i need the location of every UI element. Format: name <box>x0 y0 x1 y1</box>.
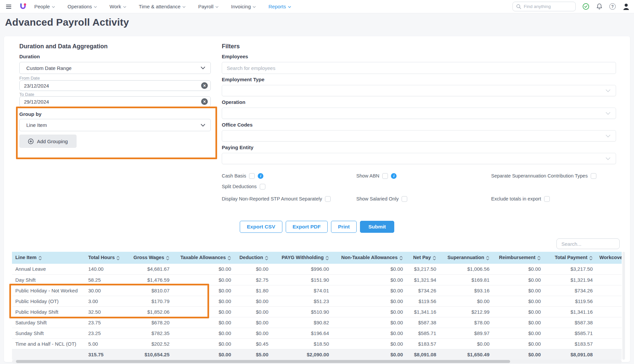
cell-net-pay: $3,217.50 <box>406 264 440 274</box>
employees-search-input[interactable] <box>222 62 616 74</box>
filter-select-operation[interactable] <box>222 108 616 119</box>
checkbox-display-non-reported-stp-amount-separately[interactable] <box>325 196 331 202</box>
submit-button[interactable]: Submit <box>360 221 394 233</box>
nav-item-work[interactable]: Work <box>110 4 126 9</box>
report-table: Line ItemTotal HoursGross WagesTaxable A… <box>12 252 622 360</box>
column-header-total-payment[interactable]: Total Payment <box>544 252 596 264</box>
column-header-label: Total Hours <box>88 255 115 260</box>
cell-reimbursement: $0.00 <box>493 306 544 317</box>
checkbox-cash-basis[interactable] <box>249 173 255 179</box>
column-header-net-pay[interactable]: Net Pay <box>406 252 440 264</box>
cell-non-taxable-allowances: $0.00 <box>332 264 406 274</box>
column-header-total-hours[interactable]: Total Hours <box>85 252 124 264</box>
chevron-down-icon <box>606 157 610 160</box>
cell-deduction: $1.80 <box>234 285 272 296</box>
column-header-gross-wages[interactable]: Gross Wages <box>124 252 173 264</box>
global-search[interactable] <box>512 2 576 11</box>
cell-deduction: $0.00 <box>234 328 272 338</box>
cell-net-pay: $1,321.94 <box>406 274 440 285</box>
avatar[interactable] <box>622 3 630 10</box>
column-header-superannuation[interactable]: Superannuation <box>440 252 493 264</box>
column-header-reimbursement[interactable]: Reimbursement <box>493 252 544 264</box>
column-header-taxable-allowances[interactable]: Taxable Allowances <box>173 252 234 264</box>
group-by-select[interactable]: Line Item <box>19 119 211 131</box>
duration-select[interactable]: Custom Date Range <box>19 62 211 74</box>
to-date-input[interactable]: 29/12/2024 × <box>19 96 211 107</box>
checkbox-exclude-totals-in-export[interactable] <box>544 196 550 202</box>
filter-select-office-codes[interactable] <box>222 130 616 142</box>
chevron-down-icon <box>606 135 610 138</box>
nav-item-label: Work <box>110 4 121 9</box>
cell-payg-withholding: $996.00 <box>272 264 332 274</box>
checkbox-show-abn[interactable] <box>382 173 388 179</box>
sort-icon <box>325 255 329 261</box>
table-search-input[interactable] <box>556 238 620 249</box>
column-header-payg-withholding[interactable]: PAYG Withholding <box>272 252 332 264</box>
from-date-input[interactable]: 23/12/2024 × <box>19 80 211 91</box>
app-logo-icon[interactable] <box>19 3 27 11</box>
checkbox-separate-superannuation-contribution-types[interactable] <box>591 173 596 179</box>
cell-total-hours: 30.00 <box>85 285 124 296</box>
cell-line-item: Sunday Shift <box>12 328 85 338</box>
table-row: Annual Leave140.00$4,681.67$0.00$0.00$99… <box>12 264 622 274</box>
chevron-down-icon <box>201 124 205 127</box>
help-icon[interactable]: ? <box>609 3 616 10</box>
cell-superannuation: $212.99 <box>440 306 493 317</box>
print-button[interactable]: Print <box>331 221 357 233</box>
filter-select-employment-type[interactable] <box>222 85 616 96</box>
search-icon <box>516 4 521 9</box>
nav-item-payroll[interactable]: Payroll <box>198 4 218 9</box>
cell-net-pay: $8,091.08 <box>406 349 440 360</box>
hamburger-menu-icon[interactable] <box>6 4 12 9</box>
table-row: Public Holiday (OT)3.00$170.79$0.00$0.00… <box>12 296 622 306</box>
cell-taxable-allowances: $0.00 <box>173 285 234 296</box>
status-check-icon[interactable] <box>582 3 589 10</box>
column-header-deduction[interactable]: Deduction <box>234 252 272 264</box>
nav-item-operations[interactable]: Operations <box>68 4 97 9</box>
filter-select-paying-entity[interactable] <box>222 153 616 164</box>
table-horizontal-scrollbar[interactable] <box>12 360 622 363</box>
scrollbar-thumb[interactable] <box>16 360 510 363</box>
global-search-input[interactable] <box>524 4 567 9</box>
cell-workcover <box>596 296 622 306</box>
cell-gross-wages: $4,681.67 <box>124 264 173 274</box>
clear-to-date-icon[interactable]: × <box>201 98 208 105</box>
cell-non-taxable-allowances: $0.00 <box>332 296 406 306</box>
info-icon[interactable]: i <box>391 173 397 179</box>
add-grouping-button[interactable]: Add Grouping <box>19 135 77 148</box>
column-header-non-taxable-allowances[interactable]: Non-Taxable Allowances <box>332 252 406 264</box>
filter-dropdowns: Employment TypeOperationOffice CodesPayi… <box>222 77 616 167</box>
cell-reimbursement: $0.00 <box>493 264 544 274</box>
table-vertical-scrollbar[interactable] <box>622 252 625 360</box>
info-icon[interactable]: i <box>258 173 263 179</box>
cell-net-pay: $587.38 <box>406 317 440 328</box>
nav-item-invoicing[interactable]: Invoicing <box>231 4 256 9</box>
sort-icon <box>38 255 42 261</box>
checkbox-label: Split Deductions <box>222 184 257 189</box>
notifications-bell-icon[interactable] <box>596 3 603 10</box>
cell-total-hours: 23.25 <box>85 328 124 338</box>
cell-reimbursement: $0.00 <box>493 349 544 360</box>
group-by-select-value: Line Item <box>26 122 47 128</box>
cell-total-payment: $119.56 <box>544 296 596 306</box>
table-row: Public Holiday - Not Worked30.00$810.07$… <box>12 285 622 296</box>
column-header-workcover[interactable]: Workcover <box>596 252 622 264</box>
export-pdf-button[interactable]: Export PDF <box>286 221 328 233</box>
column-header-label: Taxable Allowances <box>180 255 226 260</box>
cell-deduction: $5.00 <box>234 349 272 360</box>
checkbox-split-deductions[interactable] <box>260 184 265 189</box>
checkbox-label: Exclude totals in export <box>491 196 541 201</box>
duration-label: Duration <box>19 54 40 59</box>
export-csv-button[interactable]: Export CSV <box>240 221 282 233</box>
cell-payg-withholding: $196.64 <box>272 328 332 338</box>
nav-item-people[interactable]: People <box>34 4 55 9</box>
checkbox-label: Display Non-Reported STP Amount Separate… <box>222 196 322 201</box>
column-header-line-item[interactable]: Line Item <box>12 252 85 264</box>
topbar-right: ? <box>512 2 630 11</box>
nav-item-time-attendance[interactable]: Time & attendance <box>139 4 185 9</box>
cell-workcover <box>596 349 622 360</box>
checkbox-show-salaried-only[interactable] <box>402 196 407 202</box>
nav-item-reports[interactable]: Reports <box>268 4 291 9</box>
clear-from-date-icon[interactable]: × <box>201 82 208 89</box>
cell-taxable-allowances: $0.00 <box>173 264 234 274</box>
